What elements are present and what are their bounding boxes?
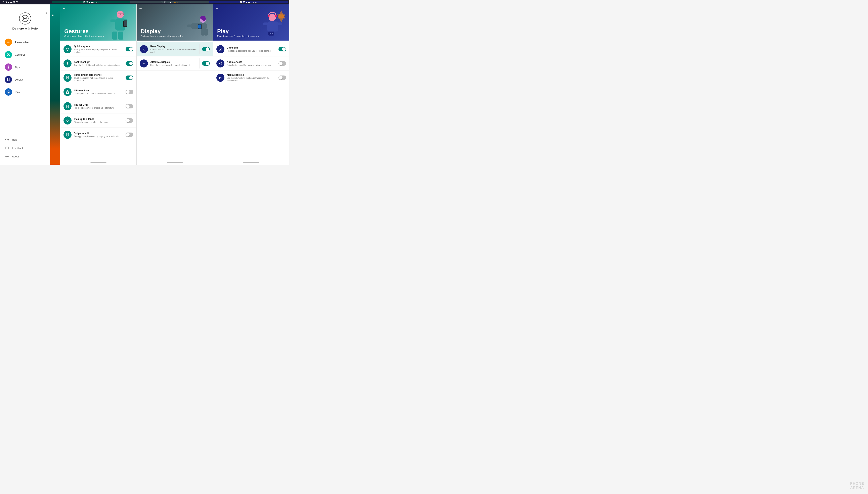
flip-panel: Fl... [50,4,60,165]
sidebar-item-display[interactable]: Display [2,74,48,86]
status-sections: 12:28 ▲ ▬ M 72 12:28 ▲ ▬ ⬡ M 72 12:29 ▲ … [2,1,288,3]
peek-display-icon [142,48,146,51]
sidebar-item-personalize[interactable]: ✏ Personalize [2,36,48,48]
swipe-to-split-icon-wrap [63,131,72,139]
sidebar-label-personalize: Personalize [15,41,29,44]
display-scroll-bar [167,162,183,163]
pick-up-toggle[interactable] [126,118,133,123]
svg-point-4 [7,91,8,92]
peek-display-item: Peek Display Interact with notifications… [136,42,213,56]
pick-up-info: Pick up to silence Pick up the phone to … [74,118,121,124]
svg-point-6 [8,92,9,93]
flip-for-dnd-desc: Flip the phone over to enable Do Not Dis… [74,107,121,109]
flip-for-dnd-toggle[interactable] [126,104,133,109]
media-controls-toggle[interactable] [278,76,286,80]
gestures-back-button[interactable]: ← [62,6,66,11]
sidebar-footer: Help Feedback About [0,133,50,160]
flip-for-dnd-name: Flip for DND [74,103,121,106]
display-scroll-indicator [136,160,213,165]
gametime-toggle[interactable] [278,47,286,52]
personalize-icon: ✏ [5,39,12,46]
play-icon [5,88,12,96]
swipe-to-split-toggle-thumb [126,133,130,136]
lift-to-unlock-item: Lift to unlock Lift the phone and look a… [60,85,136,99]
display-icon [5,76,12,83]
lift-to-unlock-divider [123,87,123,97]
status-section-2: 12:28 ▲ ▬ ⬡ M 72 [52,1,130,3]
wifi-icon-2: ▲ [89,1,90,3]
attentive-display-icon [142,62,146,65]
svg-point-45 [275,15,277,17]
svg-rect-43 [277,22,282,25]
number-4: 72 [255,1,257,3]
audio-effects-toggle[interactable] [278,61,286,66]
gestures-info-icon[interactable]: ℹ [133,6,134,10]
peek-display-toggle[interactable] [202,47,210,52]
audio-effects-item: Audio effects Enjoy better sound for mus… [213,56,289,71]
svg-point-52 [220,50,221,50]
sidebar-item-gestures[interactable]: Gestures [2,49,48,61]
flip-for-dnd-divider [123,101,123,111]
wifi-icon-4: ▲ [246,1,247,3]
sidebar-feedback-item[interactable]: Feedback [2,144,48,152]
three-finger-toggle[interactable] [126,76,133,80]
panels-container: Fl... ← ℹ Gestures Control your phone wi… [50,4,289,165]
gametime-name: Gametime [227,46,274,49]
peek-display-toggle-thumb [206,48,209,51]
svg-point-3 [7,91,10,93]
feedback-icon [5,146,9,150]
svg-rect-15 [124,21,127,26]
display-settings-list: Peek Display Interact with notifications… [136,41,213,160]
cast-icon-2: ⬡ [93,1,95,3]
flip-for-dnd-item: Flip for DND Flip the phone over to enab… [60,99,136,113]
battery-icon-2: ▬ [91,1,93,3]
fast-flashlight-icon-wrap [63,59,72,68]
pick-up-divider [123,115,123,126]
sidebar-label-tips: Tips [15,66,20,69]
pick-up-to-silence-item: Pick up to silence Pick up the phone to … [60,113,136,128]
help-icon [5,137,9,142]
gametime-item: Gametime Find tools & settings to help y… [213,42,289,56]
lift-to-unlock-toggle[interactable] [126,90,133,94]
attentive-display-desc: Keep the screen on while you're looking … [150,64,197,66]
swipe-to-split-icon [66,133,70,137]
info-icon[interactable]: ℹ [46,12,47,15]
attentive-display-toggle[interactable] [202,61,210,66]
three-finger-icon-wrap [63,74,72,82]
play-subtitle: Enjoy immersive & engaging entertainment [217,35,285,37]
sidebar-help-item[interactable]: Help [2,135,48,144]
swipe-to-split-item: Swipe to split See apps in split screen … [60,128,136,142]
play-header: ← Play Enjoy immersive & engaging entert… [213,4,289,41]
gestures-scroll-bar [90,162,107,163]
mail-icon-3: M [174,1,176,3]
sidebar-label-about: About [12,155,19,158]
gametime-icon [218,47,222,51]
pick-up-icon-wrap [63,116,72,125]
svg-rect-12 [110,19,116,22]
sidebar-item-play[interactable]: Play [2,86,48,98]
status-bar: 12:28 ▲ ▬ M 72 12:28 ▲ ▬ ⬡ M 72 12:29 ▲ … [0,0,289,4]
svg-point-34 [144,49,145,50]
lift-to-unlock-info: Lift to unlock Lift the phone and look a… [74,89,121,95]
fast-flashlight-toggle[interactable] [126,61,133,66]
sidebar-about-item[interactable]: About [2,152,48,160]
status-section-1: 12:28 ▲ ▬ M 72 [2,1,52,3]
time-3: 12:29 [161,1,167,3]
gestures-scroll-indicator [60,160,136,165]
svg-point-49 [219,48,222,51]
play-scroll-indicator [213,160,289,165]
gestures-subtitle: Control your phone with simple gestures [64,35,132,37]
quick-capture-toggle[interactable] [126,47,133,52]
media-controls-name: Media controls [227,74,274,76]
battery-icon-1: ▬ [10,1,12,3]
swipe-to-split-toggle[interactable] [126,133,133,137]
status-section-4: 12:29 ▲ ▬ ⬡ M 72 [209,1,288,3]
fast-flashlight-name: Fast flashlight [74,61,121,63]
sidebar-item-tips[interactable]: Tips [2,61,48,73]
quick-capture-divider [123,44,123,54]
display-back-button[interactable]: ← [138,6,142,11]
lift-to-unlock-icon [66,90,70,94]
time-2: 12:28 [83,1,88,3]
play-back-button[interactable]: ← [215,6,219,11]
play-header-content: Play Enjoy immersive & engaging entertai… [213,28,289,41]
